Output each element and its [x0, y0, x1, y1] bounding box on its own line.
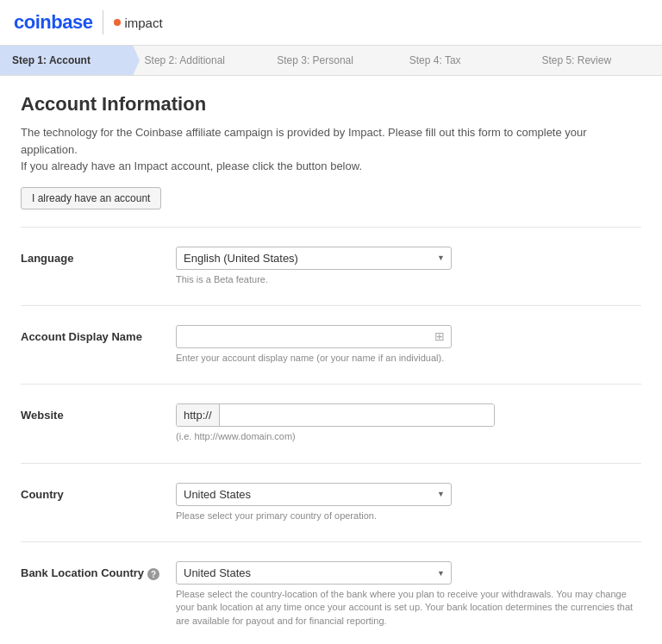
- website-field: http:// (i.e. http://www.domain.com): [176, 403, 641, 443]
- steps-navigation: Step 1: Account Step 2: Additional Step …: [0, 46, 662, 76]
- language-section: Language English (United States) Spanish…: [21, 227, 641, 305]
- country-row: Country United States Canada United King…: [21, 479, 641, 526]
- impact-logo: impact: [114, 16, 162, 30]
- website-input[interactable]: [220, 404, 494, 426]
- main-content: Account Information The technology for t…: [0, 76, 662, 644]
- step-1[interactable]: Step 1: Account: [0, 46, 133, 75]
- account-display-name-hint: Enter your account display name (or your…: [176, 352, 641, 365]
- country-select[interactable]: United States Canada United Kingdom Aust…: [176, 483, 452, 506]
- country-hint: Please select your primary country of op…: [176, 510, 641, 522]
- country-select-wrapper: United States Canada United Kingdom Aust…: [176, 483, 452, 506]
- language-hint: This is a Beta feature.: [176, 273, 641, 286]
- website-row: Website http:// (i.e. http://www.domain.…: [21, 400, 641, 447]
- bank-location-country-section: Bank Location Country ? United States Ca…: [21, 541, 641, 644]
- language-label: Language: [21, 247, 176, 265]
- account-name-wrapper: ⊞: [176, 325, 452, 348]
- logo-divider: [103, 10, 103, 34]
- already-have-account-button[interactable]: I already have an account: [21, 187, 161, 209]
- bank-location-country-label: Bank Location Country ?: [21, 561, 176, 580]
- page-title: Account Information: [21, 93, 641, 116]
- country-field: United States Canada United Kingdom Aust…: [176, 483, 641, 522]
- coinbase-logo: coinbase: [14, 11, 92, 34]
- bank-location-help-icon[interactable]: ?: [147, 568, 159, 580]
- page-header: coinbase impact: [0, 0, 662, 46]
- page-description: The technology for the Coinbase affiliat…: [21, 124, 641, 175]
- account-display-name-label: Account Display Name: [21, 325, 176, 343]
- step-2[interactable]: Step 2: Additional: [133, 46, 265, 75]
- language-field: English (United States) Spanish French G…: [176, 247, 641, 286]
- website-prefix: http://: [177, 404, 220, 426]
- step-3[interactable]: Step 3: Personal: [265, 46, 397, 75]
- impact-dot-icon: [114, 19, 121, 26]
- country-label: Country: [21, 483, 176, 501]
- step-5[interactable]: Step 5: Review: [529, 46, 662, 75]
- website-hint: (i.e. http://www.domain.com): [176, 430, 641, 443]
- account-display-name-section: Account Display Name ⊞ Enter your accoun…: [21, 305, 641, 384]
- account-display-name-row: Account Display Name ⊞ Enter your accoun…: [21, 322, 641, 368]
- language-select[interactable]: English (United States) Spanish French G…: [176, 247, 452, 270]
- bank-location-select-wrapper: United States Canada United Kingdom Aust…: [176, 561, 452, 585]
- grid-icon: ⊞: [434, 329, 445, 343]
- account-display-name-input[interactable]: [176, 325, 452, 348]
- website-label: Website: [21, 403, 176, 422]
- account-display-name-field: ⊞ Enter your account display name (or yo…: [176, 325, 641, 365]
- bank-location-country-field: United States Canada United Kingdom Aust…: [176, 561, 641, 628]
- country-section: Country United States Canada United King…: [21, 463, 641, 541]
- bank-location-country-hint: Please select the country-location of th…: [176, 588, 641, 628]
- language-select-wrapper: English (United States) Spanish French G…: [176, 247, 452, 270]
- website-section: Website http:// (i.e. http://www.domain.…: [21, 384, 641, 462]
- bank-location-country-select[interactable]: United States Canada United Kingdom Aust…: [176, 561, 452, 585]
- website-input-wrapper: http://: [176, 403, 495, 427]
- step-4[interactable]: Step 4: Tax: [397, 46, 530, 75]
- bank-location-country-row: Bank Location Country ? United States Ca…: [21, 558, 641, 631]
- language-row: Language English (United States) Spanish…: [21, 243, 641, 290]
